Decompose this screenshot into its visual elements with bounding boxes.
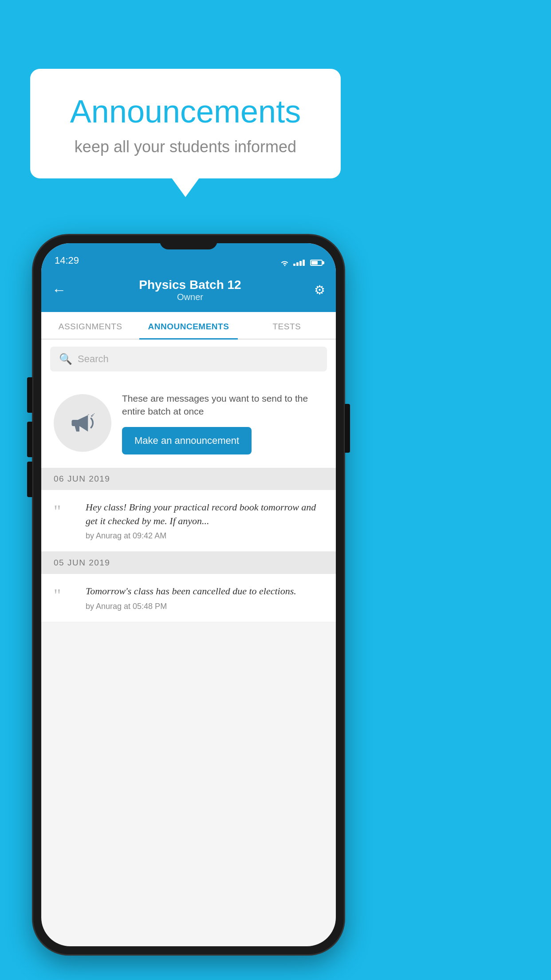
search-container: 🔍 Search <box>41 340 336 379</box>
quote-icon-container-1: " <box>54 501 76 520</box>
svg-point-2 <box>94 414 94 415</box>
speech-bubble-section: Announcements keep all your students inf… <box>30 69 341 178</box>
announcement-meta-1: by Anurag at 09:42 AM <box>86 531 323 541</box>
quote-icon-container-2: " <box>54 585 76 604</box>
search-icon: 🔍 <box>59 353 72 365</box>
date-label-2: 05 JUN 2019 <box>54 558 110 567</box>
quote-icon-1: " <box>54 501 61 521</box>
wifi-icon <box>280 259 290 266</box>
tab-assignments[interactable]: ASSIGNMENTS <box>41 312 139 339</box>
header-title-area: Physics Batch 12 Owner <box>139 278 241 302</box>
megaphone-icon <box>67 407 98 439</box>
svg-point-1 <box>92 415 94 416</box>
tab-tests[interactable]: TESTS <box>238 312 336 339</box>
date-separator-1: 06 JUN 2019 <box>41 468 336 490</box>
phone-mockup: 14:29 <box>33 235 344 954</box>
date-separator-2: 05 JUN 2019 <box>41 552 336 574</box>
announcement-item-1[interactable]: " Hey class! Bring your practical record… <box>41 490 336 552</box>
megaphone-circle <box>54 394 111 452</box>
bubble-subtitle: keep all your students informed <box>57 138 314 156</box>
app-header: ← Physics Batch 12 Owner ⚙ <box>41 270 336 312</box>
announcement-text-1: Hey class! Bring your practical record b… <box>86 501 323 528</box>
search-placeholder: Search <box>78 353 109 365</box>
bubble-title: Announcements <box>57 93 314 130</box>
speech-bubble: Announcements keep all your students inf… <box>30 69 341 178</box>
battery-icon <box>310 260 323 266</box>
status-icons <box>280 259 323 266</box>
svg-point-0 <box>91 415 93 417</box>
promo-description: These are messages you want to send to t… <box>122 392 323 418</box>
date-label-1: 06 JUN 2019 <box>54 474 110 483</box>
batch-role: Owner <box>139 292 241 302</box>
settings-icon[interactable]: ⚙ <box>314 283 325 297</box>
status-time: 14:29 <box>55 255 79 266</box>
announcement-text-2: Tomorrow's class has been cancelled due … <box>86 585 323 598</box>
announcement-content-1: Hey class! Bring your practical record b… <box>86 501 323 541</box>
signal-bars-icon <box>293 260 305 266</box>
back-button[interactable]: ← <box>52 282 66 298</box>
phone-outer: 14:29 <box>33 235 344 954</box>
batch-title: Physics Batch 12 <box>139 278 241 292</box>
promo-right: These are messages you want to send to t… <box>122 392 323 454</box>
search-bar[interactable]: 🔍 Search <box>50 347 327 371</box>
announcement-content-2: Tomorrow's class has been cancelled due … <box>86 585 323 611</box>
tab-announcements[interactable]: ANNOUNCEMENTS <box>139 312 237 339</box>
quote-icon-2: " <box>54 585 61 605</box>
announcement-meta-2: by Anurag at 05:48 PM <box>86 602 323 611</box>
make-announcement-button[interactable]: Make an announcement <box>122 427 252 454</box>
phone-notch <box>160 235 217 249</box>
phone-screen: 14:29 <box>41 243 336 946</box>
promo-card: These are messages you want to send to t… <box>41 379 336 468</box>
tabs-bar: ASSIGNMENTS ANNOUNCEMENTS TESTS <box>41 312 336 340</box>
announcement-item-2[interactable]: " Tomorrow's class has been cancelled du… <box>41 574 336 622</box>
